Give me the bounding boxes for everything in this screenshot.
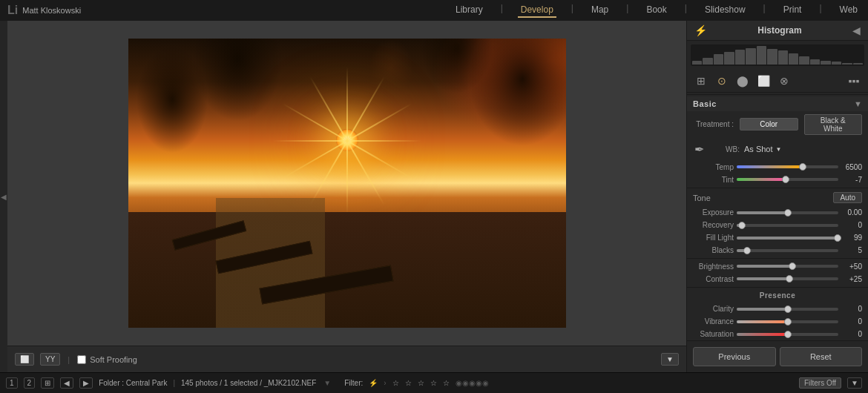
top-navigation: Li Matt Kloskowski Library | Develop | M…: [0, 0, 868, 21]
tint-thumb[interactable]: [782, 176, 789, 183]
contrast-fill: [737, 277, 789, 280]
view-2-btn[interactable]: 2: [24, 377, 36, 389]
contrast-thumb[interactable]: [786, 275, 793, 283]
previous-btn[interactable]: Previous: [693, 347, 776, 366]
blacks-label: Blacks: [693, 246, 734, 254]
nav-map[interactable]: Map: [588, 3, 611, 18]
temp-thumb[interactable]: [799, 163, 806, 171]
temp-value: 6500: [841, 163, 862, 171]
soft-proofing-label: Soft Proofing: [90, 355, 137, 364]
left-chevron-icon: ◀: [1, 193, 7, 201]
histogram-collapse-btn[interactable]: ◀: [852, 24, 861, 36]
hist-bar-6: [746, 48, 755, 65]
nav-web[interactable]: Web: [837, 3, 861, 18]
folder-label: Folder : Central Park: [99, 379, 167, 387]
recovery-slider[interactable]: [737, 224, 838, 227]
blacks-thumb[interactable]: [743, 247, 751, 254]
brightness-slider[interactable]: [737, 265, 838, 268]
color-treatment-btn[interactable]: Color: [740, 118, 798, 131]
nav-library[interactable]: Library: [453, 3, 486, 18]
panel-bottom-buttons: Previous Reset: [687, 340, 868, 372]
fill-light-label: Fill Light: [693, 234, 734, 242]
tool-crop-btn[interactable]: ⊞: [693, 73, 709, 89]
auto-btn[interactable]: Auto: [833, 192, 862, 203]
tint-fill: [737, 178, 786, 181]
bw-treatment-btn[interactable]: Black & White: [804, 114, 863, 135]
view-1-btn[interactable]: 1: [6, 377, 18, 389]
wb-area: ✒ WB: As Shot ▼: [687, 138, 868, 161]
ray-7: [273, 140, 347, 142]
nav-slideshow[interactable]: Slideshow: [702, 3, 749, 18]
username: Matt Kloskowski: [22, 6, 453, 15]
blacks-slider[interactable]: [737, 249, 838, 252]
soft-proofing-checkbox[interactable]: [77, 355, 86, 364]
temp-slider-row: Temp 6500: [687, 161, 868, 174]
saturation-value: 0: [841, 330, 862, 338]
grid-view-btn[interactable]: ⊞: [41, 377, 54, 389]
eyedropper-icon[interactable]: ✒: [693, 141, 706, 158]
filters-off-btn[interactable]: Filters Off: [799, 377, 841, 389]
exposure-thumb[interactable]: [784, 209, 792, 217]
saturation-slider[interactable]: [737, 333, 838, 336]
clarity-slider[interactable]: [737, 308, 838, 311]
saturation-thumb[interactable]: [784, 331, 792, 338]
temp-slider[interactable]: [737, 165, 838, 168]
filter-flash-icon: ⚡: [369, 379, 378, 387]
tool-brush-btn[interactable]: ⊗: [776, 73, 792, 89]
tool-gradient-btn[interactable]: ⬜: [755, 73, 772, 89]
nav-print[interactable]: Print: [780, 3, 805, 18]
hist-bar-14: [832, 62, 841, 65]
basic-section-header[interactable]: Basic ▼: [687, 96, 868, 111]
view-compare-btn[interactable]: YY: [40, 353, 60, 366]
vibrance-slider-row: Vibrance 0: [687, 315, 868, 328]
reset-btn[interactable]: Reset: [780, 347, 863, 366]
fill-light-thumb[interactable]: [834, 234, 841, 242]
hist-bar-1: [692, 61, 702, 65]
center-area: ⬜ YY | Soft Proofing ▼: [7, 21, 686, 372]
recovery-thumb[interactable]: [738, 222, 746, 229]
left-panel-toggle[interactable]: ◀: [0, 21, 7, 372]
view-single-btn[interactable]: ⬜: [15, 353, 34, 366]
right-panel: ⚡ Histogram ◀: [686, 21, 868, 372]
nav-items: Library | Develop | Map | Book | Slidesh…: [453, 3, 861, 18]
brightness-fill: [737, 265, 792, 268]
tint-slider[interactable]: [737, 178, 838, 181]
contrast-label: Contrast: [693, 275, 734, 283]
temp-fill: [737, 165, 803, 168]
flash-icon[interactable]: ⚡: [694, 24, 707, 36]
fill-light-fill: [737, 237, 838, 240]
wb-dropdown[interactable]: As Shot ▼: [744, 145, 781, 153]
app-logo: Li: [7, 4, 18, 17]
vibrance-slider[interactable]: [737, 320, 838, 323]
histogram-bars: [691, 44, 864, 66]
brightness-thumb[interactable]: [789, 262, 796, 270]
contrast-slider[interactable]: [737, 277, 838, 280]
nav-book[interactable]: Book: [643, 3, 669, 18]
tool-more-btn[interactable]: ▪▪▪: [846, 73, 862, 89]
fill-light-slider[interactable]: [737, 237, 838, 240]
file-info: 145 photos / 1 selected / _MJK2102.NEF: [181, 379, 316, 387]
brightness-value: +50: [841, 262, 862, 271]
wb-value: As Shot: [744, 145, 773, 153]
hist-bar-16: [853, 63, 863, 65]
clarity-thumb[interactable]: [784, 306, 792, 313]
nav-develop[interactable]: Develop: [518, 3, 556, 18]
hist-bar-13: [821, 61, 830, 65]
soft-proofing-area: Soft Proofing: [77, 355, 137, 364]
nav-back-btn[interactable]: ◀: [60, 377, 73, 389]
photo-ground: [128, 212, 566, 328]
main-content: ◀: [0, 21, 868, 372]
treatment-row: Treatment : Color Black & White: [687, 111, 868, 138]
tool-redeye-btn[interactable]: ⬤: [734, 73, 751, 89]
blacks-slider-row: Blacks 5: [687, 244, 868, 257]
nav-fwd-btn[interactable]: ▶: [79, 377, 93, 389]
ray-1: [347, 140, 421, 142]
recovery-slider-row: Recovery 0: [687, 219, 868, 231]
hist-bar-7: [757, 46, 766, 65]
presence-label: Presence: [760, 291, 795, 300]
toolbar-dropdown-btn[interactable]: ▼: [661, 353, 679, 366]
bottom-more-btn[interactable]: ▼: [847, 377, 862, 389]
exposure-slider[interactable]: [737, 211, 838, 214]
tool-heal-btn[interactable]: ⊙: [714, 73, 730, 89]
vibrance-thumb[interactable]: [784, 318, 792, 326]
